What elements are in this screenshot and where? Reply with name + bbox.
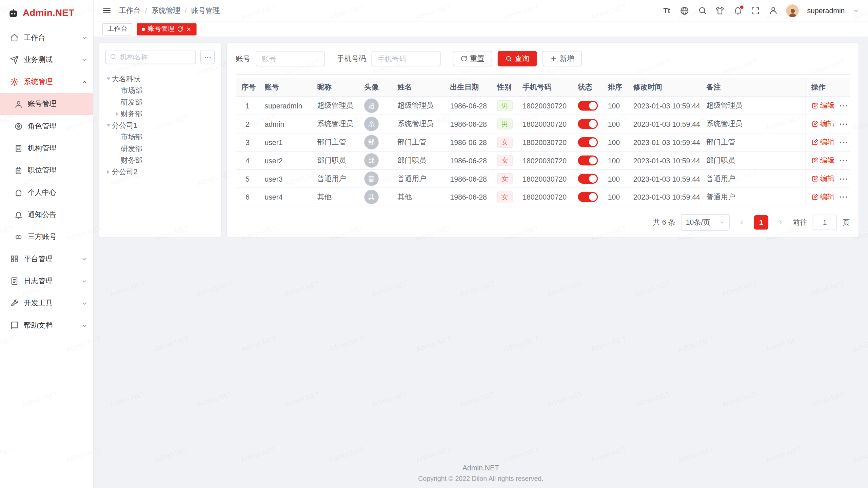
edit-icon [811, 102, 818, 109]
goto-page-input[interactable] [813, 215, 837, 230]
cell-status [572, 133, 602, 151]
sidebar-item-role-mgmt[interactable]: 角色管理 [0, 115, 93, 137]
header-actions: Tt superadmin [662, 4, 859, 17]
sidebar-item-system-mgmt[interactable]: 系统管理 [0, 71, 93, 93]
language-icon[interactable] [680, 6, 689, 15]
edit-button[interactable]: 编辑 [811, 119, 835, 129]
account-input[interactable] [256, 51, 325, 66]
tree-node[interactable]: 市场部 [105, 131, 215, 143]
system-submenu: 账号管理 角色管理 机构管理 职位管理 个人中心 [0, 93, 93, 248]
more-button[interactable]: ⋯ [200, 50, 215, 64]
page-size-select[interactable]: 10条/页 [681, 214, 730, 231]
cell-remark: 部门职员 [701, 151, 806, 170]
row-more-button[interactable]: ··· [840, 193, 848, 201]
add-button[interactable]: 新增 [542, 51, 582, 66]
status-toggle[interactable] [578, 192, 598, 202]
cell-phone: 18020030720 [517, 115, 572, 133]
total-count: 共 6 条 [653, 218, 675, 227]
sidebar-item-notice[interactable]: 通知公告 [0, 204, 93, 226]
bell-icon[interactable] [733, 6, 743, 15]
close-icon[interactable] [186, 26, 192, 32]
refresh-icon[interactable] [177, 26, 183, 32]
edit-button[interactable]: 编辑 [811, 137, 835, 147]
gender-badge: 女 [497, 137, 513, 148]
tree-node[interactable]: 研发部 [105, 143, 215, 154]
sidebar-item-label: 开发工具 [24, 298, 81, 308]
row-more-button[interactable]: ··· [840, 175, 848, 183]
next-page-button[interactable] [774, 216, 787, 229]
prev-page-button[interactable] [735, 216, 748, 229]
phone-input[interactable] [372, 51, 441, 66]
breadcrumb-item[interactable]: 系统管理 [152, 5, 180, 15]
sidebar-item-position-mgmt[interactable]: 职位管理 [0, 159, 93, 181]
row-more-button[interactable]: ··· [840, 156, 848, 164]
chevron-down-icon[interactable] [853, 7, 859, 14]
edit-button[interactable]: 编辑 [811, 156, 835, 165]
sidebar-item-org-mgmt[interactable]: 机构管理 [0, 137, 93, 159]
fullscreen-icon[interactable] [751, 6, 760, 15]
sidebar-item-help-docs[interactable]: 帮助文档 [0, 314, 93, 336]
org-search-input[interactable] [105, 50, 196, 64]
cell-account: user2 [259, 151, 312, 170]
sidebar-item-dev-tools[interactable]: 开发工具 [0, 292, 93, 314]
tree-node[interactable]: 分公司1 [105, 120, 215, 131]
status-toggle[interactable] [578, 119, 598, 129]
sidebar-item-third-party-account[interactable]: 三方账号 [0, 226, 93, 248]
caret-down-icon[interactable] [106, 78, 111, 83]
sidebar-item-platform-mgmt[interactable]: 平台管理 [0, 248, 93, 270]
tree-node-label: 市场部 [121, 85, 142, 95]
current-page-button[interactable]: 1 [754, 215, 768, 229]
sidebar-item-log-mgmt[interactable]: 日志管理 [0, 270, 93, 292]
cell-gender: 男 [492, 115, 517, 133]
avatar[interactable] [786, 4, 799, 17]
sidebar-item-label: 账号管理 [28, 99, 87, 109]
theme-icon[interactable] [715, 6, 725, 15]
avatar: 部 [364, 153, 378, 167]
tags-bar: 工作台 账号管理 [94, 22, 868, 37]
sidebar-item-workbench[interactable]: 工作台 [0, 26, 93, 48]
row-more-button[interactable]: ··· [840, 102, 848, 110]
logo-text: Admin.NET [23, 8, 75, 19]
edit-button[interactable]: 编辑 [811, 101, 835, 110]
hamburger-icon[interactable] [102, 6, 111, 15]
status-toggle[interactable] [578, 101, 598, 110]
tab-workbench[interactable]: 工作台 [102, 23, 132, 35]
breadcrumb-item[interactable]: 账号管理 [191, 5, 220, 15]
sidebar-item-business-test[interactable]: 业务测试 [0, 49, 93, 71]
tree-node[interactable]: 财务部 [105, 108, 215, 119]
sidebar-item-account-mgmt[interactable]: 账号管理 [0, 93, 93, 115]
app-root: Admin.NET 工作台 业务测试 系统管理 账号管理 [0, 0, 868, 488]
sidebar-item-personal-center[interactable]: 个人中心 [0, 182, 93, 204]
logo[interactable]: Admin.NET [0, 0, 93, 26]
caret-right-icon[interactable] [107, 169, 112, 174]
caret-right-icon[interactable] [116, 111, 121, 116]
search-icon[interactable] [697, 6, 707, 15]
status-toggle[interactable] [578, 156, 598, 165]
profile-icon[interactable] [768, 6, 778, 15]
tree-node[interactable]: 分公司2 [105, 166, 215, 178]
building-icon [14, 144, 22, 152]
row-more-button[interactable]: ··· [840, 120, 848, 128]
col-header-status: 状态 [572, 78, 602, 97]
username[interactable]: superadmin [807, 6, 845, 15]
tab-account-mgmt[interactable]: 账号管理 [137, 23, 196, 35]
row-more-button[interactable]: ··· [840, 138, 848, 146]
tree-node[interactable]: 研发部 [105, 96, 215, 108]
edit-button[interactable]: 编辑 [811, 192, 835, 202]
cell-order: 100 [602, 169, 628, 188]
tree-node-label: 市场部 [121, 132, 142, 142]
tree-node[interactable]: 市场部 [105, 85, 215, 96]
tree-node[interactable]: 大名科技 [105, 73, 215, 85]
status-toggle[interactable] [578, 137, 598, 147]
search-button[interactable]: 查询 [498, 51, 537, 66]
edit-button[interactable]: 编辑 [811, 174, 835, 184]
chevron-down-icon [719, 220, 725, 225]
status-toggle[interactable] [578, 174, 598, 184]
reset-button[interactable]: 重置 [453, 51, 492, 66]
font-size-icon[interactable]: Tt [662, 6, 672, 15]
breadcrumb-item[interactable]: 工作台 [119, 5, 141, 15]
caret-down-icon[interactable] [106, 124, 111, 129]
cell-gender: 女 [492, 169, 517, 188]
tree-node[interactable]: 财务部 [105, 155, 215, 166]
cell-phone: 18020030720 [517, 97, 572, 115]
